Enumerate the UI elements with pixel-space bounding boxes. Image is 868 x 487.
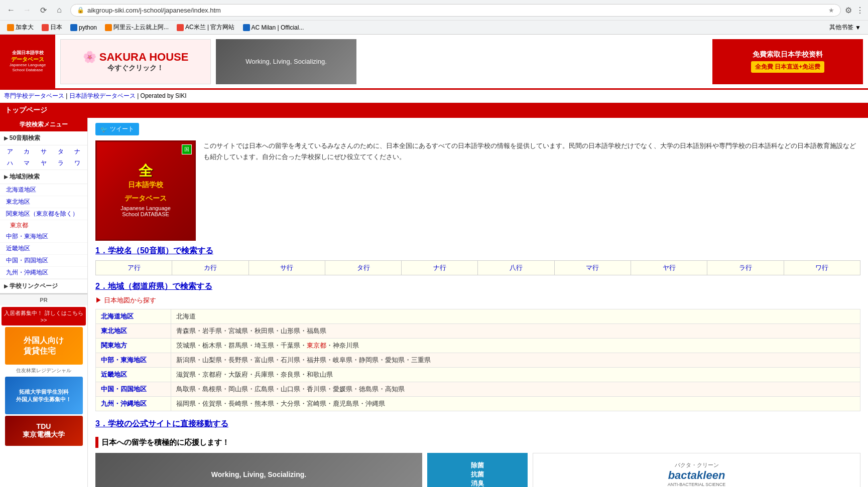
- sidebar-kana-ya[interactable]: ヤ: [36, 158, 52, 169]
- sidebar-region-kanto[interactable]: 関東地区（東京都を除く）: [0, 208, 87, 220]
- kana-link-wa[interactable]: ワ行: [815, 264, 828, 271]
- db-image-line1: 日本語学校: [128, 181, 163, 189]
- sidebar-tdu-ad[interactable]: TDU東京電機大学: [5, 416, 83, 446]
- content-description: このサイトでは日本への留学を考えているみなさんのために、日本全国にあるすべての日…: [203, 140, 860, 241]
- region-link-chubu[interactable]: 中部・東海地区: [101, 356, 147, 364]
- sidebar-house-ad[interactable]: 外国人向け賃貸住宅: [5, 327, 83, 365]
- bookmark-label: 阿里云-上云就上阿...: [113, 23, 169, 32]
- region-prefs-hokkaido: 北海道: [171, 309, 860, 324]
- region-prefs-chugoku: 鳥取県・島根県・岡山県・広島県・山口県・香川県・愛媛県・徳島県・高知県: [171, 382, 860, 397]
- bottom-banner-working[interactable]: Working, Living, Socializing.: [95, 453, 422, 487]
- bookmark-label: 加拿大: [16, 23, 34, 32]
- sidebar-ad1[interactable]: 入居者募集中！ 詳しくはこちら>>: [2, 307, 86, 326]
- forward-button[interactable]: →: [20, 3, 34, 17]
- db-logo-image: 国 全 日本語学校 データベース Japanese Language Schoo…: [95, 140, 196, 241]
- sidebar-kana-sa[interactable]: サ: [36, 146, 52, 157]
- tweet-button[interactable]: 🐦 ツイート: [95, 123, 139, 135]
- sidebar-region-search[interactable]: 地域別検索: [0, 170, 87, 184]
- other-bookmarks[interactable]: 其他书签 ▼: [826, 22, 864, 33]
- main-content: 🐦 ツイート 国 全 日本語学校 データベース Japanese Languag…: [88, 118, 868, 487]
- bookmark-acmilan1[interactable]: AC米兰 | 官方网站: [174, 22, 237, 33]
- kana-link-ha[interactable]: 八行: [510, 264, 523, 271]
- bookmark-icon: [7, 24, 14, 31]
- sidebar-region-tohoku[interactable]: 東北地区: [0, 196, 87, 208]
- kana-link-ma[interactable]: マ行: [586, 264, 599, 271]
- sidebar-region-hokkaido[interactable]: 北海道地区: [0, 184, 87, 196]
- bookmarks-bar: 加拿大 日本 python 阿里云-上云就上阿... AC米兰 | 官方网站 A…: [0, 20, 868, 34]
- url-input[interactable]: [87, 7, 825, 14]
- sidebar-region-tokyo[interactable]: 東京都: [0, 220, 87, 231]
- region-link-kyushu[interactable]: 九州・沖縄地区: [101, 400, 147, 407]
- tokyo-link[interactable]: 東京都: [307, 342, 326, 349]
- region-link-tohoku[interactable]: 東北地区: [101, 327, 127, 335]
- top-nav-label: トップページ: [5, 106, 47, 114]
- sidebar-region-kyushu[interactable]: 九州・沖縄地区: [0, 267, 87, 279]
- banner-area: 🌸 SAKURA HOUSE 今すぐクリック！ Working, Living,…: [55, 35, 868, 88]
- bottom-banners: Working, Living, Socializing. 除菌 抗菌 消臭 バ…: [95, 453, 860, 487]
- table-row: 九州・沖縄地区 福岡県・佐賀県・長崎県・熊本県・大分県・宮崎県・鹿児島県・沖縄県: [96, 397, 860, 411]
- kana-link-sa[interactable]: サ行: [280, 264, 293, 271]
- kana-link-ka[interactable]: カ行: [204, 264, 217, 271]
- sidebar-menu-header: 学校検索メニュー: [0, 118, 87, 131]
- home-button[interactable]: ⌂: [52, 3, 66, 17]
- sidebar-kana-ma[interactable]: マ: [19, 158, 35, 169]
- sidebar-50-search[interactable]: 50音順検索: [0, 131, 87, 145]
- bookmark-label: 日本: [50, 23, 62, 32]
- bookmark-acmilan2[interactable]: AC Milan | Official...: [240, 23, 307, 32]
- kana-link-ya[interactable]: ヤ行: [663, 264, 676, 271]
- reload-button[interactable]: ⟳: [36, 3, 50, 17]
- bookmark-japan[interactable]: 日本: [39, 22, 65, 33]
- sidebar-region-chubu[interactable]: 中部・東海地区: [0, 231, 87, 243]
- bookmark-python[interactable]: python: [67, 23, 100, 32]
- db-badge: 国: [182, 144, 192, 154]
- kana-link-a[interactable]: ア行: [128, 264, 141, 271]
- sidebar-kana-ta[interactable]: タ: [53, 146, 69, 157]
- sidebar-pr-label: PR: [0, 293, 87, 305]
- sidebar-kana-ka[interactable]: カ: [19, 146, 35, 157]
- menu-icon[interactable]: ⋮: [856, 6, 864, 15]
- bottom-banner-blue[interactable]: 除菌 抗菌 消臭: [427, 453, 528, 487]
- sidebar-tdu-text: TDU東京電機大学: [23, 422, 65, 439]
- bookmark-label: AC Milan | Official...: [252, 24, 304, 31]
- sidebar-kana-ra[interactable]: ラ: [53, 158, 69, 169]
- region-link-chugoku[interactable]: 中国・四国地区: [101, 385, 147, 393]
- bottom-banner1-text: Working, Living, Socializing.: [211, 470, 307, 478]
- sakura-title: SAKURA HOUSE: [99, 51, 189, 63]
- right-banner-line2: 全免費 日本直送+免运费: [751, 61, 824, 73]
- region-link-kinki[interactable]: 近畿地区: [101, 371, 127, 378]
- section1-title[interactable]: 1．学校名（50音順）で検索する: [95, 246, 860, 256]
- region-link-kanto[interactable]: 関東地方: [101, 342, 127, 349]
- kana-link-ra[interactable]: ラ行: [739, 264, 752, 271]
- section3-title[interactable]: 3．学校の公式サイトに直接移動する: [95, 419, 860, 429]
- star-icon[interactable]: ★: [828, 7, 834, 14]
- table-row: 中国・四国地区 鳥取県・島根県・岡山県・広島県・山口県・香川県・愛媛県・徳島県・…: [96, 382, 860, 397]
- kana-link-na[interactable]: ナ行: [433, 264, 446, 271]
- kana-link-ta[interactable]: タ行: [357, 264, 370, 271]
- region-link-hokkaido[interactable]: 北海道地区: [101, 312, 134, 320]
- sakura-banner[interactable]: 🌸 SAKURA HOUSE 今すぐクリック！: [60, 39, 211, 84]
- sidebar-region-chugoku[interactable]: 中国・四国地区: [0, 255, 87, 267]
- sidebar-kana-a[interactable]: ア: [2, 146, 18, 157]
- bookmark-jianaida[interactable]: 加拿大: [4, 22, 37, 33]
- breadcrumb-link1[interactable]: 専門学校データベース: [4, 92, 64, 99]
- section2-title[interactable]: 2．地域（都道府県）で検索する: [95, 281, 860, 292]
- address-bar[interactable]: 🔒 ★: [70, 4, 841, 17]
- sidebar-kana-na[interactable]: ナ: [69, 146, 85, 157]
- sidebar-kana-ha[interactable]: ハ: [2, 158, 18, 169]
- region-prefs-kinki: 滋賀県・京都府・大阪府・兵庫県・奈良県・和歌山県: [171, 368, 860, 382]
- site-logo[interactable]: 全国日本語学校 データベース Japanese Language School …: [0, 35, 55, 88]
- right-banner[interactable]: 免費索取日本学校资料 全免費 日本直送+免运费: [712, 39, 863, 84]
- back-button[interactable]: ←: [4, 3, 18, 17]
- breadcrumb-link2[interactable]: 日本語学校データベース: [69, 92, 136, 99]
- bookmark-icon: [105, 24, 112, 31]
- sidebar-univ-ad[interactable]: 拓殖大学留学生別科外国人留学生募集中！: [5, 377, 83, 414]
- sidebar-school-links[interactable]: 学校リンクページ: [0, 279, 87, 293]
- mid-banner[interactable]: Working, Living, Socializing.: [216, 39, 356, 84]
- sidebar-kana-wa[interactable]: ワ: [69, 158, 85, 169]
- bottom-banner-bactakleen[interactable]: バクタ・クリーン bactakleen ANTI-BACTERIAL SCIEN…: [533, 453, 860, 487]
- sidebar-region-kinki[interactable]: 近畿地区: [0, 243, 87, 255]
- bookmark-aliyun[interactable]: 阿里云-上云就上阿...: [102, 22, 172, 33]
- other-bookmarks-label: 其他书签: [829, 23, 853, 32]
- japan-map-link[interactable]: 日本地図から探す: [95, 296, 860, 305]
- sidebar-house-text: 外国人向け賃貸住宅: [24, 336, 64, 357]
